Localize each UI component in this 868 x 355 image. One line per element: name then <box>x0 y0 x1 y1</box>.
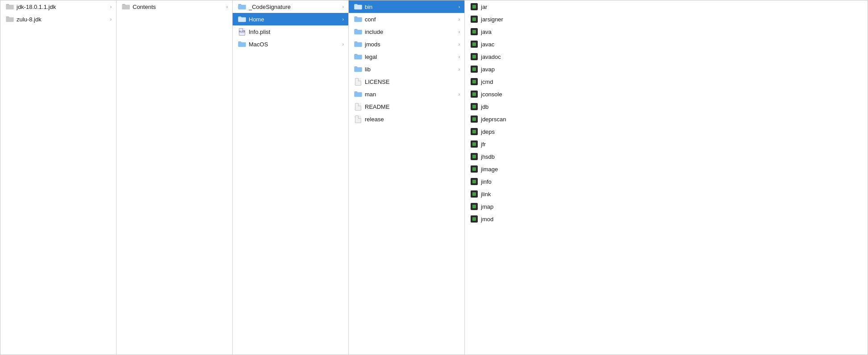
folder-icon <box>354 65 362 73</box>
chevron-icon: › <box>342 4 344 9</box>
column-3: _CodeSignature › Home › PLIST Info.plist <box>233 0 349 355</box>
svg-rect-3 <box>238 5 246 10</box>
list-item-conf[interactable]: conf › <box>349 13 464 25</box>
list-item-jar[interactable]: jar <box>465 0 559 13</box>
list-item-macos[interactable]: MacOS › <box>233 38 348 50</box>
list-item-release[interactable]: release <box>349 113 464 125</box>
item-label: _CodeSignature <box>249 4 341 10</box>
list-item-jdeps[interactable]: jdeps <box>465 125 559 138</box>
item-label: jar <box>481 4 554 10</box>
file-icon <box>354 103 362 111</box>
column-4: bin › conf › include › <box>349 0 465 355</box>
chevron-icon: › <box>459 4 460 9</box>
chevron-icon: › <box>342 17 344 22</box>
svg-rect-5 <box>238 42 246 47</box>
list-item-javac[interactable]: javac <box>465 38 559 50</box>
list-item-jmods[interactable]: jmods › <box>349 38 464 50</box>
list-item-jdk18[interactable]: jdk-18.0.1.1.jdk › <box>0 0 116 13</box>
finder-window: jdk-18.0.1.1.jdk › zulu-8.jdk › Conten <box>0 0 868 355</box>
executable-icon <box>470 140 478 148</box>
list-item-include[interactable]: include › <box>349 25 464 38</box>
list-item-jinfo[interactable]: jinfo <box>465 175 559 188</box>
item-label: jdeps <box>481 128 554 135</box>
list-item-jconsole[interactable]: jconsole <box>465 88 559 100</box>
list-item-infoplist[interactable]: PLIST Info.plist <box>233 25 348 38</box>
executable-icon <box>470 53 478 61</box>
list-item-home[interactable]: Home › <box>233 13 348 25</box>
item-label: lib <box>365 66 457 73</box>
chevron-icon: › <box>226 4 228 9</box>
item-label: javac <box>481 41 554 48</box>
svg-rect-0 <box>6 5 14 10</box>
executable-icon <box>470 90 478 98</box>
executable-icon <box>470 40 478 48</box>
executable-icon <box>470 153 478 161</box>
chevron-icon: › <box>459 92 460 97</box>
executable-icon <box>470 3 478 11</box>
list-item-jarsigner[interactable]: jarsigner <box>465 13 559 25</box>
list-item-jcmd[interactable]: jcmd <box>465 75 559 88</box>
list-item-license[interactable]: LICENSE <box>349 75 464 88</box>
item-label: jmap <box>481 203 554 210</box>
list-item-jfr[interactable]: jfr <box>465 138 559 150</box>
svg-rect-8 <box>354 30 362 35</box>
item-label: jhsdb <box>481 153 554 160</box>
svg-rect-7 <box>354 17 362 22</box>
item-label: jcmd <box>481 78 554 85</box>
folder-icon <box>354 53 362 61</box>
column-1: jdk-18.0.1.1.jdk › zulu-8.jdk › <box>0 0 117 355</box>
item-label: jfr <box>481 141 554 148</box>
list-item-jdeprscan[interactable]: jdeprscan <box>465 113 559 125</box>
svg-rect-4 <box>238 17 246 22</box>
list-item-codesignature[interactable]: _CodeSignature › <box>233 0 348 13</box>
list-item-legal[interactable]: legal › <box>349 50 464 63</box>
item-label: jinfo <box>481 178 554 185</box>
executable-icon <box>470 103 478 111</box>
plist-file-icon: PLIST <box>238 28 246 36</box>
list-item-jmod[interactable]: jmod <box>465 213 559 225</box>
list-item-contents[interactable]: Contents › <box>117 0 232 13</box>
list-item-jdb[interactable]: jdb <box>465 100 559 113</box>
item-label: include <box>365 29 457 35</box>
executable-icon <box>470 65 478 73</box>
svg-rect-12 <box>354 92 362 97</box>
executable-icon <box>470 128 478 136</box>
executable-icon <box>470 165 478 173</box>
item-label: release <box>365 116 460 123</box>
list-item-bin[interactable]: bin › <box>349 0 464 13</box>
svg-rect-9 <box>354 42 362 47</box>
item-label: man <box>365 91 457 98</box>
svg-rect-1 <box>6 17 14 22</box>
item-label: java <box>481 29 554 35</box>
list-item-lib[interactable]: lib › <box>349 63 464 75</box>
list-item-javap[interactable]: javap <box>465 63 559 75</box>
list-item-jhsdb[interactable]: jhsdb <box>465 150 559 163</box>
list-item-javadoc[interactable]: javadoc <box>465 50 559 63</box>
chevron-icon: › <box>110 4 112 9</box>
list-item-zulu8[interactable]: zulu-8.jdk › <box>0 13 116 25</box>
list-item-jmap[interactable]: jmap <box>465 200 559 213</box>
chevron-icon: › <box>459 17 460 22</box>
folder-icon <box>238 3 246 11</box>
item-label: javadoc <box>481 54 554 60</box>
chevron-icon: › <box>459 29 460 34</box>
executable-icon <box>470 28 478 36</box>
folder-icon <box>354 40 362 48</box>
svg-rect-10 <box>354 55 362 60</box>
list-item-readme[interactable]: README <box>349 100 464 113</box>
folder-icon <box>6 15 14 23</box>
folder-icon <box>354 90 362 98</box>
list-item-man[interactable]: man › <box>349 88 464 100</box>
list-item-java[interactable]: java <box>465 25 559 38</box>
chevron-icon: › <box>110 17 112 22</box>
folder-icon <box>6 3 14 11</box>
svg-rect-11 <box>354 67 362 72</box>
item-label: jdk-18.0.1.1.jdk <box>17 4 108 10</box>
item-label: LICENSE <box>365 78 460 85</box>
executable-icon <box>470 190 478 198</box>
item-label: javap <box>481 66 554 73</box>
column-2: Contents › <box>117 0 233 355</box>
list-item-jlink[interactable]: jlink <box>465 188 559 200</box>
list-item-jimage[interactable]: jimage <box>465 163 559 175</box>
item-label: conf <box>365 16 457 23</box>
